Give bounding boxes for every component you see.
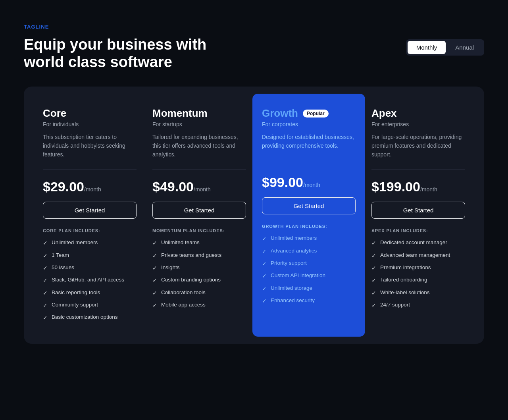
plan-bottom: $49.00/month Get Started MOMENTUM PLAN I…	[144, 170, 254, 320]
check-icon: ✓	[43, 239, 48, 247]
feature-text: Collaboration tools	[161, 289, 206, 297]
price-period: /month	[194, 186, 211, 193]
check-icon: ✓	[43, 301, 48, 309]
check-icon: ✓	[152, 289, 157, 297]
feature-text: 1 Team	[52, 251, 69, 259]
check-icon: ✓	[262, 260, 267, 268]
check-icon: ✓	[262, 247, 267, 255]
tagline-label: TAGLINE	[24, 24, 206, 30]
billing-toggle: Monthly Annual	[406, 39, 484, 56]
price-period: /month	[420, 186, 437, 193]
get-started-btn-apex[interactable]: Get Started	[371, 202, 465, 219]
feature-item: ✓ Community support	[43, 301, 137, 309]
feature-text: Community support	[52, 301, 98, 309]
headline-line1: Equip your business with	[24, 36, 206, 53]
feature-text: Unlimited storage	[271, 284, 312, 292]
feature-text: Basic customization options	[52, 313, 118, 321]
feature-item: ✓ Advanced team management	[371, 251, 465, 260]
check-icon: ✓	[43, 276, 48, 284]
feature-text: Premium integrations	[380, 264, 431, 272]
feature-text: Insights	[161, 264, 180, 272]
price-period: /month	[303, 182, 320, 188]
feature-list: ✓ Unlimited members ✓ Advanced analytics…	[262, 234, 356, 305]
feature-item: ✓ Custom branding options	[152, 276, 246, 284]
feature-item: ✓ Unlimited members	[43, 239, 137, 247]
headline: Equip your business with world class sof…	[24, 36, 206, 71]
check-icon: ✓	[371, 252, 376, 260]
check-icon: ✓	[43, 289, 48, 297]
feature-text: Unlimited members	[52, 239, 98, 247]
feature-text: Advanced analytics	[271, 247, 317, 255]
feature-text: Custom branding options	[161, 276, 221, 284]
plan-name: Core	[43, 107, 66, 119]
feature-list: ✓ Dedicated account manager ✓ Advanced t…	[371, 239, 465, 309]
feature-text: Custom API integration	[271, 272, 325, 279]
plan-top: Core For individuals This subscription t…	[35, 98, 144, 169]
annual-toggle-btn[interactable]: Annual	[446, 41, 483, 54]
price-row: $49.00/month	[152, 179, 246, 195]
get-started-btn-momentum[interactable]: Get Started	[152, 202, 246, 219]
plan-description: Designed for established businesses, pro…	[262, 133, 356, 150]
check-icon: ✓	[371, 239, 376, 247]
plan-card-apex: Apex For enterprises For large-scale ope…	[364, 98, 473, 333]
plan-subtitle: For startups	[152, 121, 246, 127]
check-icon: ✓	[262, 272, 267, 280]
check-icon: ✓	[262, 285, 267, 293]
check-icon: ✓	[152, 252, 157, 260]
plan-name: Apex	[371, 107, 397, 119]
plan-card-momentum: Momentum For startups Tailored for expan…	[144, 98, 254, 333]
feature-text: White-label solutions	[380, 289, 430, 297]
check-icon: ✓	[371, 301, 376, 309]
feature-text: Dedicated account manager	[380, 239, 447, 247]
check-icon: ✓	[43, 252, 48, 260]
feature-list: ✓ Unlimited members ✓ 1 Team ✓ 50 issues…	[43, 239, 137, 322]
monthly-toggle-btn[interactable]: Monthly	[408, 41, 446, 54]
plan-bottom: $29.00/month Get Started CORE PLAN INCLU…	[35, 170, 144, 333]
plan-subtitle: For enterprises	[371, 121, 465, 127]
popular-badge: Popular	[303, 110, 329, 118]
check-icon: ✓	[371, 264, 376, 272]
feature-text: Private teams and guests	[161, 251, 221, 259]
feature-text: Basic reporting tools	[52, 289, 100, 297]
plan-bottom: $199.00/month Get Started APEX PLAN INCL…	[364, 170, 473, 320]
feature-list: ✓ Unlimited teams ✓ Private teams and gu…	[152, 239, 246, 309]
feature-text: Unlimited members	[271, 234, 317, 242]
plan-name: Growth	[262, 107, 298, 119]
check-icon: ✓	[262, 235, 267, 243]
headline-line2: world class software	[24, 54, 172, 70]
feature-item: ✓ Premium integrations	[371, 264, 465, 272]
get-started-btn-growth[interactable]: Get Started	[262, 197, 356, 214]
plan-card-growth: Growth Popular For corporates Designed f…	[252, 94, 365, 337]
get-started-btn-core[interactable]: Get Started	[43, 202, 137, 219]
check-icon: ✓	[371, 276, 376, 284]
plan-bottom: $99.00/month Get Started GROWTH PLAN INC…	[252, 165, 365, 320]
plan-description: For large-scale operations, providing pr…	[371, 133, 465, 159]
price-amount: $49.00	[152, 179, 194, 194]
price-row: $199.00/month	[371, 179, 465, 195]
headline-block: TAGLINE Equip your business with world c…	[24, 24, 206, 71]
check-icon: ✓	[152, 301, 157, 309]
check-icon: ✓	[262, 297, 267, 305]
feature-item: ✓ Insights	[152, 264, 246, 272]
feature-item: ✓ Custom API integration	[262, 272, 356, 280]
feature-item: ✓ Tailored onboarding	[371, 276, 465, 284]
plan-name-row: Growth Popular	[262, 107, 356, 119]
plan-includes-label: APEX PLAN INCLUDES:	[371, 228, 465, 233]
check-icon: ✓	[152, 239, 157, 247]
feature-item: ✓ Slack, GitHub, and API access	[43, 276, 137, 284]
header-section: TAGLINE Equip your business with world c…	[24, 24, 484, 71]
feature-item: ✓ Unlimited members	[262, 234, 356, 243]
plan-top: Growth Popular For corporates Designed f…	[252, 94, 365, 165]
plan-name-row: Momentum	[152, 107, 246, 119]
price-amount: $99.00	[262, 175, 303, 190]
feature-item: ✓ Enhanced security	[262, 297, 356, 305]
feature-item: ✓ Mobile app access	[152, 301, 246, 309]
feature-item: ✓ White-label solutions	[371, 289, 465, 297]
feature-item: ✓ 50 issues	[43, 264, 137, 272]
check-icon: ✓	[152, 276, 157, 284]
price-amount: $29.00	[43, 179, 84, 194]
feature-item: ✓ Dedicated account manager	[371, 239, 465, 247]
check-icon: ✓	[371, 289, 376, 297]
feature-text: Tailored onboarding	[380, 276, 427, 284]
plan-card-core: Core For individuals This subscription t…	[35, 98, 144, 333]
